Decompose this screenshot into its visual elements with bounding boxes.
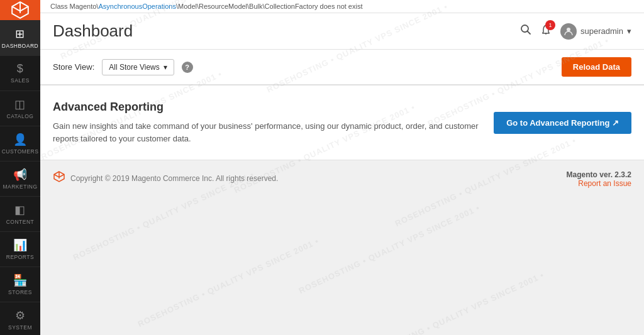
notification-count: 1: [545, 20, 555, 30]
stores-icon: 🏪: [13, 273, 28, 287]
content-icon: ◧: [14, 203, 26, 217]
dashboard-icon: ⊞: [15, 27, 25, 41]
advanced-reporting-section: Advanced Reporting Gain new insights and…: [40, 85, 644, 160]
help-icon[interactable]: ?: [182, 62, 193, 73]
sidebar-item-system-label: SYSTEM: [8, 324, 32, 331]
sidebar-item-stores[interactable]: 🏪 STORES: [0, 266, 40, 302]
page-title: Dashboard: [53, 21, 520, 41]
svg-point-3: [567, 28, 570, 31]
user-dropdown-icon: ▾: [627, 26, 631, 36]
store-view-selected: All Store Views: [109, 63, 159, 72]
sidebar-item-system[interactable]: ⚙ SYSTEM: [0, 302, 40, 335]
reporting-left: Advanced Reporting Gain new insights and…: [53, 101, 481, 145]
store-view-bar: Store View: All Store Views ▾ ? Reload D…: [40, 50, 644, 85]
sidebar-item-reports-label: REPORTS: [6, 254, 34, 260]
page-content: Store View: All Store Views ▾ ? Reload D…: [40, 50, 644, 335]
reporting-title: Advanced Reporting: [53, 101, 481, 114]
page-header: Dashboard 1: [40, 13, 644, 50]
sidebar-item-content[interactable]: ◧ CONTENT: [0, 196, 40, 231]
sidebar-item-reports[interactable]: 📊 REPORTS: [0, 231, 40, 266]
sidebar-item-sales[interactable]: $ SALES: [0, 55, 40, 91]
sidebar-item-customers-label: CUSTOMERS: [2, 148, 39, 155]
marketing-icon: 📢: [13, 168, 28, 182]
notification-button[interactable]: 1: [540, 24, 552, 38]
svg-line-1: [528, 31, 531, 35]
store-view-dropdown[interactable]: All Store Views ▾: [102, 59, 174, 75]
reporting-description: Gain new insights and take command of yo…: [53, 120, 480, 145]
sidebar-item-marketing[interactable]: 📢 MARKETING: [0, 161, 40, 196]
svg-point-2: [545, 33, 547, 34]
error-link-async[interactable]: AsynchronousOperations: [98, 3, 176, 10]
reporting-row: Advanced Reporting Gain new insights and…: [53, 101, 631, 145]
header-actions: 1 superadmin ▾: [520, 23, 631, 40]
reports-icon: 📊: [13, 238, 28, 252]
sidebar-logo[interactable]: [0, 0, 40, 20]
store-view-label: Store View:: [53, 62, 94, 72]
sidebar-item-dashboard-label: DASHBOARD: [2, 43, 38, 49]
reload-data-button[interactable]: Reload Data: [562, 57, 631, 77]
footer-version: Magento ver. 2.3.2: [567, 170, 631, 179]
sidebar-item-catalog-label: CATALOG: [7, 113, 34, 119]
page-footer: Copyright © 2019 Magento Commerce Inc. A…: [40, 160, 644, 335]
main-area: Class Magento\AsynchronousOperations\Mod…: [40, 0, 644, 335]
username: superadmin: [580, 26, 623, 36]
sidebar-item-content-label: CONTENT: [6, 219, 35, 225]
sidebar-item-marketing-label: MARKETING: [3, 184, 37, 190]
catalog-icon: ◫: [14, 97, 26, 111]
sidebar: ⊞ DASHBOARD $ SALES ◫ CATALOG 👤 CUSTOMER…: [0, 0, 40, 335]
user-menu[interactable]: superadmin ▾: [560, 23, 631, 40]
sidebar-item-stores-label: STORES: [8, 289, 32, 295]
footer-left: Copyright © 2019 Magento Commerce Inc. A…: [53, 170, 278, 186]
error-bar: Class Magento\AsynchronousOperations\Mod…: [40, 0, 644, 13]
customers-icon: 👤: [13, 133, 28, 146]
footer-logo-icon: [53, 170, 65, 186]
sidebar-item-sales-label: SALES: [11, 77, 30, 84]
reporting-button-icon: ↗: [612, 118, 619, 128]
system-icon: ⚙: [15, 309, 26, 322]
search-button[interactable]: [520, 24, 531, 38]
footer-copyright: Copyright © 2019 Magento Commerce Inc. A…: [70, 174, 278, 183]
store-view-chevron-icon: ▾: [164, 63, 167, 72]
go-to-advanced-reporting-button[interactable]: Go to Advanced Reporting ↗: [494, 112, 631, 134]
sidebar-item-catalog[interactable]: ◫ CATALOG: [0, 91, 40, 126]
report-issue-link[interactable]: Report an Issue: [578, 179, 631, 188]
footer-right: Magento ver. 2.3.2 Report an Issue: [567, 170, 631, 188]
reporting-button-label: Go to Advanced Reporting: [506, 118, 609, 128]
sales-icon: $: [17, 62, 24, 75]
sidebar-item-customers[interactable]: 👤 CUSTOMERS: [0, 126, 40, 161]
avatar: [560, 23, 577, 40]
sidebar-item-dashboard[interactable]: ⊞ DASHBOARD: [0, 20, 40, 55]
